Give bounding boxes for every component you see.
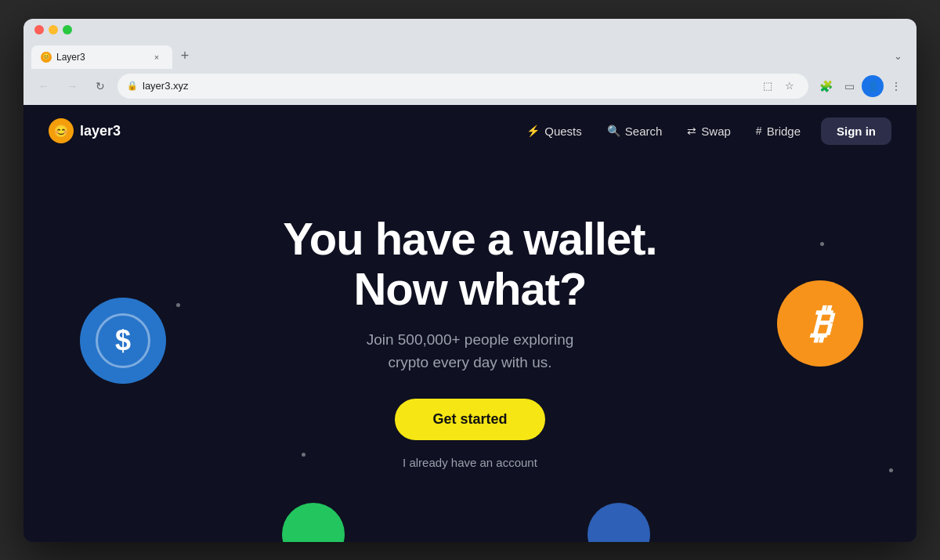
usdc-coin-inner: $ bbox=[96, 313, 150, 368]
get-started-button[interactable]: Get started bbox=[395, 399, 544, 440]
usdc-coin: $ bbox=[80, 298, 166, 384]
tab-bar: 😊 Layer3 × + ⌄ bbox=[24, 39, 916, 69]
active-tab[interactable]: 😊 Layer3 × bbox=[31, 45, 172, 69]
btc-coin: ₿ bbox=[777, 280, 863, 367]
swap-label: Swap bbox=[701, 125, 731, 138]
forward-button[interactable]: → bbox=[61, 75, 83, 97]
sign-in-button[interactable]: Sign in bbox=[821, 117, 891, 145]
tab-close-button[interactable]: × bbox=[150, 51, 163, 63]
back-button[interactable]: ← bbox=[33, 75, 55, 97]
hero-section: $ ₿ You have a wallet. Now what? Join 50… bbox=[24, 157, 916, 542]
search-label: Search bbox=[625, 125, 663, 138]
quests-nav-link[interactable]: ⚡ Quests bbox=[515, 118, 593, 144]
hero-subtitle: Join 500,000+ people exploringcrypto eve… bbox=[367, 329, 574, 374]
site-logo[interactable]: 😊 layer3 bbox=[49, 118, 121, 143]
hero-title-line1: You have a wallet. bbox=[283, 213, 656, 264]
lock-icon: 🔒 bbox=[127, 81, 138, 91]
bridge-label: Bridge bbox=[767, 125, 801, 138]
bridge-nav-link[interactable]: # Bridge bbox=[745, 118, 812, 144]
swap-nav-link[interactable]: ⇄ Swap bbox=[676, 118, 742, 144]
tab-favicon: 😊 bbox=[41, 52, 52, 63]
traffic-lights bbox=[24, 19, 916, 39]
quests-icon: ⚡ bbox=[526, 125, 540, 137]
browser-window: 😊 Layer3 × + ⌄ ← → ↻ 🔒 layer3.xyz ⬚ ☆ bbox=[24, 19, 916, 542]
website-content: 😊 layer3 ⚡ Quests 🔍 Search ⇄ Swap # bbox=[24, 105, 916, 542]
already-have-account-link[interactable]: I already have an account bbox=[403, 456, 537, 469]
decorative-dot-2 bbox=[820, 242, 824, 246]
bottom-blue-coin bbox=[588, 503, 650, 542]
bookmark-icon[interactable]: ☆ bbox=[780, 77, 799, 96]
site-nav: 😊 layer3 ⚡ Quests 🔍 Search ⇄ Swap # bbox=[24, 105, 916, 157]
logo-icon: 😊 bbox=[49, 118, 74, 143]
decorative-dot-4 bbox=[889, 468, 893, 472]
minimize-window-button[interactable] bbox=[49, 25, 58, 34]
browser-chrome: 😊 Layer3 × + ⌄ ← → ↻ 🔒 layer3.xyz ⬚ ☆ bbox=[24, 19, 916, 105]
maximize-window-button[interactable] bbox=[63, 25, 72, 34]
screen-capture-icon[interactable]: ⬚ bbox=[758, 77, 777, 96]
new-tab-button[interactable]: + bbox=[174, 45, 196, 67]
sidebar-icon[interactable]: ▭ bbox=[838, 75, 860, 97]
swap-icon: ⇄ bbox=[687, 125, 696, 137]
btc-symbol: ₿ bbox=[810, 300, 830, 347]
extensions-icon[interactable]: 🧩 bbox=[815, 75, 837, 97]
reload-button[interactable]: ↻ bbox=[89, 75, 111, 97]
decorative-dot-3 bbox=[302, 453, 306, 457]
tab-expand-button[interactable]: ⌄ bbox=[887, 45, 909, 67]
hero-title: You have a wallet. Now what? bbox=[283, 214, 656, 314]
more-options-icon[interactable]: ⋮ bbox=[885, 75, 907, 97]
profile-icon[interactable]: 👤 bbox=[862, 75, 884, 97]
browser-menu-icons: 🧩 ▭ 👤 ⋮ bbox=[815, 75, 907, 97]
address-bar-icons: ⬚ ☆ bbox=[758, 77, 799, 96]
close-window-button[interactable] bbox=[34, 25, 44, 34]
address-bar[interactable]: 🔒 layer3.xyz ⬚ ☆ bbox=[118, 74, 808, 99]
bridge-icon: # bbox=[756, 125, 762, 137]
address-bar-row: ← → ↻ 🔒 layer3.xyz ⬚ ☆ 🧩 ▭ 👤 ⋮ bbox=[24, 69, 916, 105]
hero-title-line2: Now what? bbox=[353, 263, 586, 314]
decorative-dot-1 bbox=[176, 303, 180, 307]
usdc-symbol: $ bbox=[115, 324, 131, 357]
logo-text: layer3 bbox=[80, 123, 121, 139]
url-text: layer3.xyz bbox=[143, 80, 754, 92]
search-icon: 🔍 bbox=[607, 125, 620, 137]
quests-label: Quests bbox=[544, 125, 582, 138]
nav-links: ⚡ Quests 🔍 Search ⇄ Swap # Bridge Sign i… bbox=[515, 117, 891, 145]
search-nav-link[interactable]: 🔍 Search bbox=[596, 118, 674, 144]
bottom-green-coin bbox=[282, 503, 345, 542]
tab-title: Layer3 bbox=[56, 52, 146, 63]
